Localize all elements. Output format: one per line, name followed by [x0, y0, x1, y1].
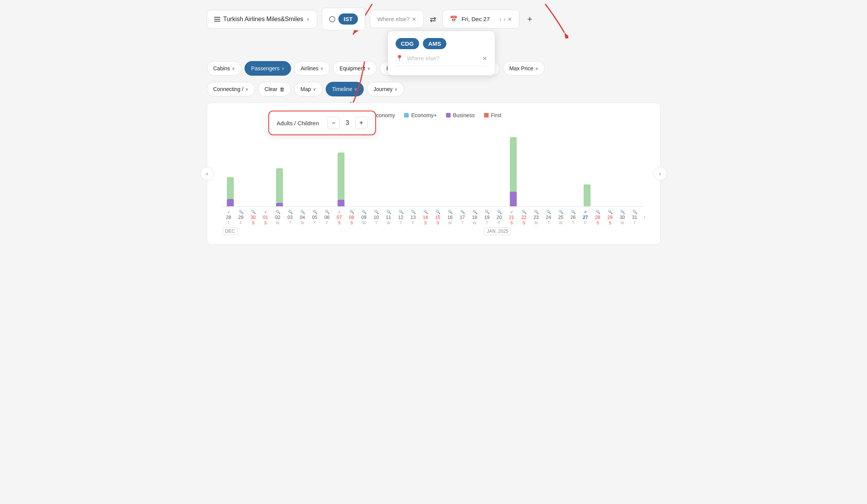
date-number: 16 [448, 215, 453, 220]
date-day: T [399, 221, 402, 225]
date-cell[interactable]: 🔍11W [383, 210, 395, 225]
date-number: 15 [435, 215, 440, 220]
date-cell[interactable]: 🔍14S [419, 210, 432, 225]
date-cell[interactable]: 🔍24T [542, 210, 555, 225]
dest-badge-cdg[interactable]: CDG [396, 38, 419, 49]
filter-equipment[interactable]: Equipment ∨ [333, 61, 377, 76]
date-day: M [534, 221, 538, 225]
dest-search-input-row: 📍 Where else? ✕ [396, 55, 487, 66]
legend-business-label: Business [453, 112, 475, 118]
date-cell[interactable]: 🔍02M [272, 210, 284, 225]
filter-connecting[interactable]: Connecting / ∨ [207, 82, 255, 96]
date-cell[interactable]: 🔍15S [432, 210, 444, 225]
date-cell[interactable]: 🔍30M [616, 210, 629, 225]
date-day: S [609, 221, 611, 225]
date-number: 07 [337, 215, 342, 220]
origin-selector[interactable]: IST [322, 8, 365, 30]
date-cell[interactable]: 🔍03T [284, 210, 296, 225]
date-cell[interactable]: ✓21S [506, 210, 518, 225]
bar-group[interactable] [335, 153, 347, 206]
date-next-icon[interactable]: › [504, 16, 506, 22]
passengers-plus-button[interactable]: + [355, 117, 368, 129]
filter-passengers[interactable]: Passengers ∨ [245, 61, 291, 76]
airline-selector[interactable]: Turkish Airlines Miles&Smiles ∨ [207, 10, 317, 28]
date-cell[interactable]: 🔍17T [456, 210, 469, 225]
dest-close-icon[interactable]: ✕ [412, 16, 416, 22]
bar-segment-business [276, 203, 283, 206]
date-number: 30 [251, 215, 256, 220]
date-cell[interactable]: 🔍31T [629, 210, 641, 225]
bar-group[interactable] [273, 168, 286, 206]
date-cell[interactable]: 🔍18W [469, 210, 481, 225]
dest-dropdown-close[interactable]: ✕ [483, 55, 487, 61]
date-cell[interactable]: 🔍04W [296, 210, 309, 225]
date-day: T [547, 221, 549, 225]
dest-badge-ams[interactable]: AMS [423, 38, 446, 49]
date-cell[interactable]: 🔍13F [407, 210, 419, 225]
filter-journey[interactable]: Journey ∨ [367, 82, 404, 96]
date-cell[interactable]: 🔍29F [235, 210, 247, 225]
date-clear-icon[interactable]: ✕ [508, 16, 512, 22]
bar-group[interactable] [507, 137, 519, 206]
filter-clear[interactable]: Clear 🗑 [258, 82, 291, 96]
date-cell[interactable]: 🔍10T [370, 210, 383, 225]
date-cell[interactable]: 🔍19T [481, 210, 493, 225]
equipment-chevron: ∨ [367, 66, 370, 71]
date-cell[interactable]: ✓01S [260, 210, 272, 225]
date-cell[interactable]: 🔍01W [641, 210, 645, 225]
dest-placeholder: Where else? [377, 16, 409, 22]
swap-button[interactable]: ⇄ [428, 13, 438, 25]
date-number: 10 [374, 215, 379, 220]
chart-prev-button[interactable]: ‹ [200, 167, 214, 181]
bar-group[interactable] [581, 184, 593, 206]
date-cell-icon: 🔍 [300, 210, 305, 214]
filter-map[interactable]: Map ∨ [294, 82, 323, 96]
date-number: 06 [325, 215, 329, 220]
date-number: 23 [534, 215, 539, 220]
date-cell[interactable]: 🔍28S [592, 210, 604, 225]
date-cell-icon: ✓ [227, 210, 230, 214]
date-cell[interactable]: 🔍20F [493, 210, 506, 225]
filter-timeline[interactable]: Timeline ∨ [326, 82, 364, 96]
passengers-popup: Adults / Children − 3 + [268, 111, 376, 135]
date-day: S [523, 221, 525, 225]
filter-cabins[interactable]: Cabins ∨ [207, 61, 242, 76]
date-cell[interactable]: 🔍05T [309, 210, 321, 225]
origin-badge: IST [338, 13, 358, 25]
date-axis: ✓28T🔍29F🔍30S✓01S🔍02M🔍03T🔍04W🔍05T🔍06F✓07S… [223, 210, 645, 225]
date-cell[interactable]: 🔍12T [395, 210, 407, 225]
bar-group[interactable] [224, 177, 236, 206]
filter-max-price[interactable]: Max Price ∨ [503, 61, 545, 76]
date-cell[interactable]: 🔍08S [346, 210, 358, 225]
date-cell[interactable]: ✓07S [333, 210, 346, 225]
date-number: 05 [312, 215, 317, 220]
date-cell[interactable]: 🔍23M [530, 210, 542, 225]
destination-selector[interactable]: Where else? ✕ [370, 10, 424, 28]
date-cell[interactable]: 🔍22S [518, 210, 530, 225]
airline-name: Turkish Airlines Miles&Smiles [223, 16, 303, 23]
chart-next-button[interactable]: › [653, 167, 667, 181]
add-button[interactable]: + [524, 13, 535, 26]
date-day: T [227, 221, 230, 225]
bar-stack [227, 177, 234, 206]
date-cell[interactable]: 🔍25W [555, 210, 567, 225]
date-day: F [498, 221, 500, 225]
date-cell-icon: ✓ [510, 210, 513, 214]
date-cell[interactable]: 🔍30S [247, 210, 260, 225]
date-selector[interactable]: 📅 Fri, Dec 27 ‹ › ✕ [443, 10, 519, 28]
date-cell[interactable]: 🔍26T [567, 210, 579, 225]
date-cell[interactable]: 🔍09M [358, 210, 370, 225]
passengers-minus-button[interactable]: − [328, 117, 340, 129]
date-number: 11 [386, 215, 391, 220]
date-number: 30 [620, 215, 625, 220]
date-cell[interactable]: 🔍16M [444, 210, 456, 225]
date-cell[interactable]: ✓28T [223, 210, 235, 225]
date-number: 02 [275, 215, 280, 220]
top-bar: Turkish Airlines Miles&Smiles ∨ IST Wher… [207, 8, 661, 30]
date-cell[interactable]: 🔍29S [604, 210, 616, 225]
filter-airlines[interactable]: Airlines ∨ [294, 61, 330, 76]
date-prev-icon[interactable]: ‹ [499, 16, 501, 22]
date-cell[interactable]: 🔍06F [321, 210, 333, 225]
date-number: 27 [583, 215, 588, 220]
date-cell[interactable]: ✔27F [579, 210, 592, 225]
